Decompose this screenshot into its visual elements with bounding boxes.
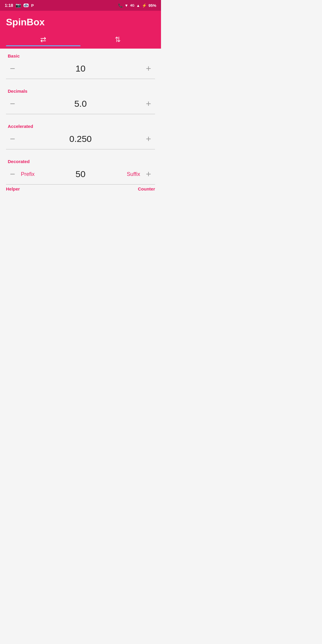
tab-vertical[interactable]: ⇅ <box>80 33 155 46</box>
voip-icon: 📞 <box>118 3 123 8</box>
spinbox-decimals-label: Decimals <box>6 89 155 94</box>
spinbox-decorated-plus[interactable]: + <box>142 168 155 181</box>
spinbox-accelerated-minus[interactable]: − <box>6 132 19 145</box>
vertical-icon: ⇅ <box>115 36 121 43</box>
battery-percent: 95% <box>148 3 156 8</box>
status-right: 📞 ▼ 4G ▲ ⚡ 95% <box>118 3 156 8</box>
tab-horizontal[interactable]: ⇄ <box>6 33 80 46</box>
spinbox-basic-minus[interactable]: − <box>6 62 19 75</box>
spinbox-decorated-row: − Prefix 50 Suffix + <box>6 165 155 184</box>
plex-icon: P <box>31 3 34 8</box>
time: 1:18 <box>5 3 13 8</box>
battery-icon: ⚡ <box>142 3 147 8</box>
spinbox-decimals: Decimals − 5.0 + <box>0 84 161 114</box>
spinbox-accelerated-divider <box>6 149 155 149</box>
spinbox-basic: Basic − 10 + <box>0 49 161 79</box>
spinbox-basic-row: − 10 + <box>6 60 155 79</box>
counter-text: Counter <box>138 186 155 191</box>
app-title: SpinBox <box>6 17 155 28</box>
spinbox-decimals-divider <box>6 114 155 114</box>
wifi-icon: ▼ <box>125 3 129 8</box>
signal-4g-icon: 4G <box>130 4 134 7</box>
spinbox-basic-value: 10 <box>19 64 142 74</box>
spinbox-basic-divider <box>6 79 155 79</box>
status-bar: 1:18 📷 dh P 📞 ▼ 4G ▲ ⚡ 95% <box>0 0 161 11</box>
spinbox-decimals-plus[interactable]: + <box>142 97 155 110</box>
horizontal-icon: ⇄ <box>40 36 46 43</box>
spinbox-accelerated-value: 0.250 <box>19 134 142 144</box>
spinbox-decimals-value: 5.0 <box>19 99 142 109</box>
content: Basic − 10 + Decimals − 5.0 + Accelerate… <box>0 49 161 193</box>
spinbox-basic-plus[interactable]: + <box>142 62 155 75</box>
spinbox-accelerated: Accelerated − 0.250 + <box>0 119 161 149</box>
spinbox-accelerated-row: − 0.250 + <box>6 130 155 149</box>
spinbox-prefix: Prefix <box>21 171 39 177</box>
disney-icon: dh <box>24 4 29 7</box>
instagram-icon: 📷 <box>16 3 21 8</box>
spinbox-suffix: Suffix <box>122 171 140 177</box>
spinbox-accelerated-label: Accelerated <box>6 124 155 129</box>
spinbox-decorated-label: Decorated <box>6 159 155 164</box>
spinbox-decimals-minus[interactable]: − <box>6 97 19 110</box>
app-bar: SpinBox ⇄ ⇅ <box>0 11 161 49</box>
spinbox-decorated-minus[interactable]: − <box>6 168 19 181</box>
helper-counter-row: Helper Counter <box>0 185 161 193</box>
spinbox-decorated-value: 50 <box>39 169 122 179</box>
spinbox-decorated: Decorated − Prefix 50 Suffix + <box>0 154 161 185</box>
spinbox-decimals-row: − 5.0 + <box>6 95 155 114</box>
tab-bar: ⇄ ⇅ <box>6 33 155 46</box>
helper-text: Helper <box>6 186 20 191</box>
spinbox-accelerated-plus[interactable]: + <box>142 132 155 145</box>
signal-bars-icon: ▲ <box>136 3 140 8</box>
status-left: 1:18 📷 dh P <box>5 3 34 8</box>
spinbox-basic-label: Basic <box>6 53 155 58</box>
